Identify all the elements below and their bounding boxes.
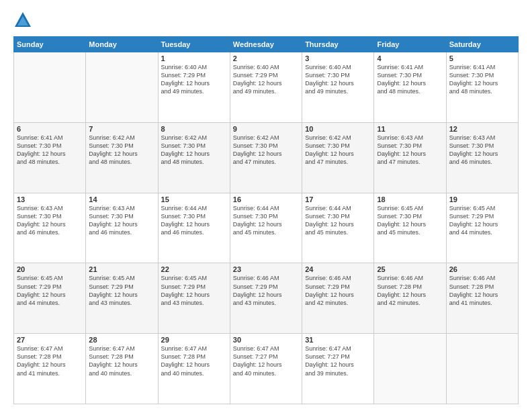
calendar-body: 1Sunrise: 6:40 AM Sunset: 7:29 PM Daylig…: [14, 52, 519, 404]
calendar-cell: 12Sunrise: 6:43 AM Sunset: 7:30 PM Dayli…: [446, 122, 518, 193]
day-number: 19: [449, 195, 515, 203]
day-number: 5: [449, 54, 515, 62]
calendar-cell: 17Sunrise: 6:44 AM Sunset: 7:30 PM Dayli…: [302, 193, 374, 263]
day-number: 26: [449, 265, 515, 273]
day-info: Sunrise: 6:47 AM Sunset: 7:27 PM Dayligh…: [233, 345, 299, 377]
calendar-cell: 2Sunrise: 6:40 AM Sunset: 7:29 PM Daylig…: [230, 52, 302, 123]
day-number: 10: [305, 125, 371, 133]
calendar-cell: 22Sunrise: 6:45 AM Sunset: 7:29 PM Dayli…: [158, 263, 230, 334]
calendar-cell: 20Sunrise: 6:45 AM Sunset: 7:29 PM Dayli…: [14, 263, 86, 334]
calendar-cell: 24Sunrise: 6:46 AM Sunset: 7:29 PM Dayli…: [302, 263, 374, 334]
calendar-week-row: 1Sunrise: 6:40 AM Sunset: 7:29 PM Daylig…: [14, 52, 519, 123]
calendar-cell: 6Sunrise: 6:41 AM Sunset: 7:30 PM Daylig…: [14, 122, 86, 193]
day-number: 14: [89, 195, 154, 203]
day-number: 20: [17, 265, 83, 273]
calendar-cell: 25Sunrise: 6:46 AM Sunset: 7:28 PM Dayli…: [374, 263, 446, 334]
day-number: 27: [17, 336, 83, 344]
day-info: Sunrise: 6:42 AM Sunset: 7:30 PM Dayligh…: [89, 134, 154, 167]
calendar-cell: 13Sunrise: 6:43 AM Sunset: 7:30 PM Dayli…: [14, 193, 86, 263]
day-info: Sunrise: 6:47 AM Sunset: 7:28 PM Dayligh…: [161, 345, 227, 377]
calendar-week-row: 13Sunrise: 6:43 AM Sunset: 7:30 PM Dayli…: [14, 193, 519, 263]
calendar-cell: [14, 52, 86, 123]
day-number: 18: [377, 195, 443, 203]
calendar-header-cell: Friday: [374, 37, 446, 52]
calendar-cell: 7Sunrise: 6:42 AM Sunset: 7:30 PM Daylig…: [86, 122, 158, 193]
day-number: 29: [161, 336, 227, 344]
day-info: Sunrise: 6:46 AM Sunset: 7:29 PM Dayligh…: [233, 274, 299, 307]
calendar-week-row: 20Sunrise: 6:45 AM Sunset: 7:29 PM Dayli…: [14, 263, 519, 334]
day-number: 11: [377, 125, 443, 133]
calendar-cell: 29Sunrise: 6:47 AM Sunset: 7:28 PM Dayli…: [158, 334, 230, 404]
calendar-cell: 31Sunrise: 6:47 AM Sunset: 7:27 PM Dayli…: [302, 334, 374, 404]
day-number: 2: [233, 54, 299, 62]
calendar-cell: 15Sunrise: 6:44 AM Sunset: 7:30 PM Dayli…: [158, 193, 230, 263]
calendar-cell: 21Sunrise: 6:45 AM Sunset: 7:29 PM Dayli…: [86, 263, 158, 334]
calendar-cell: 9Sunrise: 6:42 AM Sunset: 7:30 PM Daylig…: [230, 122, 302, 193]
day-info: Sunrise: 6:44 AM Sunset: 7:30 PM Dayligh…: [161, 204, 227, 237]
day-number: 4: [377, 54, 443, 62]
day-info: Sunrise: 6:45 AM Sunset: 7:29 PM Dayligh…: [17, 274, 83, 307]
calendar-cell: 1Sunrise: 6:40 AM Sunset: 7:29 PM Daylig…: [158, 52, 230, 123]
day-info: Sunrise: 6:44 AM Sunset: 7:30 PM Dayligh…: [305, 204, 371, 237]
day-info: Sunrise: 6:45 AM Sunset: 7:30 PM Dayligh…: [377, 204, 443, 237]
day-info: Sunrise: 6:46 AM Sunset: 7:29 PM Dayligh…: [305, 274, 371, 307]
day-info: Sunrise: 6:42 AM Sunset: 7:30 PM Dayligh…: [233, 134, 299, 167]
page: SundayMondayTuesdayWednesdayThursdayFrid…: [0, 0, 532, 411]
day-info: Sunrise: 6:45 AM Sunset: 7:29 PM Dayligh…: [449, 204, 515, 237]
day-number: 13: [17, 195, 83, 203]
calendar-cell: 8Sunrise: 6:42 AM Sunset: 7:30 PM Daylig…: [158, 122, 230, 193]
day-number: 30: [233, 336, 299, 344]
day-info: Sunrise: 6:42 AM Sunset: 7:30 PM Dayligh…: [161, 134, 227, 167]
calendar-week-row: 27Sunrise: 6:47 AM Sunset: 7:28 PM Dayli…: [14, 334, 519, 404]
day-info: Sunrise: 6:45 AM Sunset: 7:29 PM Dayligh…: [89, 274, 154, 307]
calendar-header-cell: Tuesday: [158, 37, 230, 52]
day-info: Sunrise: 6:46 AM Sunset: 7:28 PM Dayligh…: [377, 274, 443, 307]
day-info: Sunrise: 6:47 AM Sunset: 7:27 PM Dayligh…: [305, 345, 371, 377]
calendar-cell: 18Sunrise: 6:45 AM Sunset: 7:30 PM Dayli…: [374, 193, 446, 263]
calendar-cell: 26Sunrise: 6:46 AM Sunset: 7:28 PM Dayli…: [446, 263, 518, 334]
day-number: 17: [305, 195, 371, 203]
day-info: Sunrise: 6:41 AM Sunset: 7:30 PM Dayligh…: [377, 63, 443, 96]
day-number: 21: [89, 265, 154, 273]
calendar-cell: [374, 334, 446, 404]
day-number: 1: [161, 54, 227, 62]
calendar-cell: [446, 334, 518, 404]
calendar-header-cell: Sunday: [14, 37, 86, 52]
calendar-cell: 28Sunrise: 6:47 AM Sunset: 7:28 PM Dayli…: [86, 334, 158, 404]
calendar-cell: 19Sunrise: 6:45 AM Sunset: 7:29 PM Dayli…: [446, 193, 518, 263]
calendar-cell: 5Sunrise: 6:41 AM Sunset: 7:30 PM Daylig…: [446, 52, 518, 123]
calendar-header-row: SundayMondayTuesdayWednesdayThursdayFrid…: [14, 37, 519, 52]
day-number: 7: [89, 125, 154, 133]
day-number: 28: [89, 336, 154, 344]
day-info: Sunrise: 6:43 AM Sunset: 7:30 PM Dayligh…: [377, 134, 443, 167]
day-number: 9: [233, 125, 299, 133]
logo-icon: [13, 11, 32, 30]
day-number: 24: [305, 265, 371, 273]
calendar-cell: 23Sunrise: 6:46 AM Sunset: 7:29 PM Dayli…: [230, 263, 302, 334]
day-info: Sunrise: 6:47 AM Sunset: 7:28 PM Dayligh…: [89, 345, 154, 377]
calendar-cell: 30Sunrise: 6:47 AM Sunset: 7:27 PM Dayli…: [230, 334, 302, 404]
day-info: Sunrise: 6:43 AM Sunset: 7:30 PM Dayligh…: [17, 204, 83, 237]
day-info: Sunrise: 6:42 AM Sunset: 7:30 PM Dayligh…: [305, 134, 371, 167]
calendar-week-row: 6Sunrise: 6:41 AM Sunset: 7:30 PM Daylig…: [14, 122, 519, 193]
calendar-cell: 4Sunrise: 6:41 AM Sunset: 7:30 PM Daylig…: [374, 52, 446, 123]
day-info: Sunrise: 6:43 AM Sunset: 7:30 PM Dayligh…: [449, 134, 515, 167]
day-number: 3: [305, 54, 371, 62]
calendar-cell: 10Sunrise: 6:42 AM Sunset: 7:30 PM Dayli…: [302, 122, 374, 193]
day-info: Sunrise: 6:43 AM Sunset: 7:30 PM Dayligh…: [89, 204, 154, 237]
calendar-header-cell: Wednesday: [230, 37, 302, 52]
day-info: Sunrise: 6:47 AM Sunset: 7:28 PM Dayligh…: [17, 345, 83, 377]
day-number: 8: [161, 125, 227, 133]
day-number: 15: [161, 195, 227, 203]
day-number: 23: [233, 265, 299, 273]
calendar-header-cell: Thursday: [302, 37, 374, 52]
day-info: Sunrise: 6:40 AM Sunset: 7:29 PM Dayligh…: [161, 63, 227, 96]
calendar-cell: 16Sunrise: 6:44 AM Sunset: 7:30 PM Dayli…: [230, 193, 302, 263]
logo: [13, 11, 35, 30]
day-info: Sunrise: 6:46 AM Sunset: 7:28 PM Dayligh…: [449, 274, 515, 307]
calendar-cell: 11Sunrise: 6:43 AM Sunset: 7:30 PM Dayli…: [374, 122, 446, 193]
day-number: 22: [161, 265, 227, 273]
day-number: 31: [305, 336, 371, 344]
day-number: 16: [233, 195, 299, 203]
calendar-cell: 14Sunrise: 6:43 AM Sunset: 7:30 PM Dayli…: [86, 193, 158, 263]
